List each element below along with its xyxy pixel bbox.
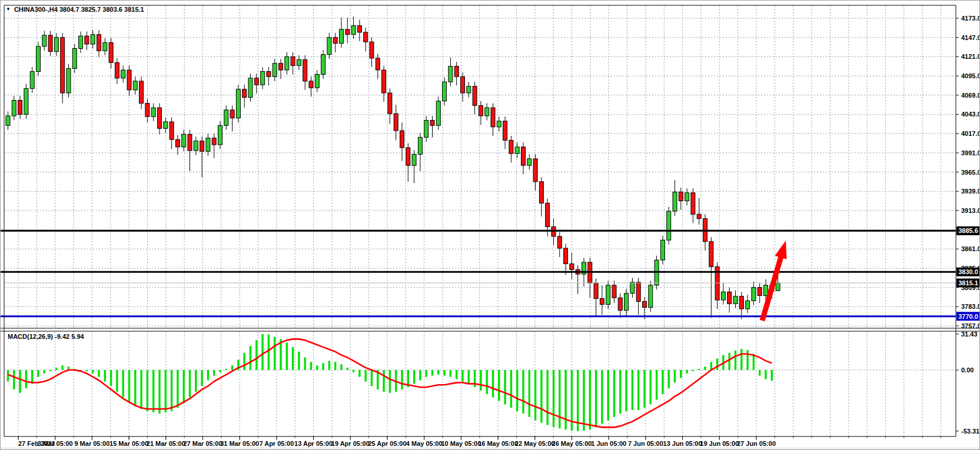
macd-histogram-bar: [37, 370, 39, 377]
macd-indicator-label: MACD(12,26,9) -9.42 5.94: [8, 333, 84, 340]
macd-axis-label: -53.31: [961, 428, 979, 435]
macd-histogram-bar: [140, 370, 142, 409]
macd-histogram-bar: [334, 362, 336, 370]
candle: [224, 110, 228, 125]
candle: [309, 81, 313, 88]
candle: [691, 193, 695, 215]
x-axis-label: 7 Apr 05:00: [259, 440, 294, 447]
candle: [697, 214, 701, 219]
macd-histogram-bar: [207, 370, 209, 381]
macd-histogram-bar: [729, 353, 730, 370]
macd-histogram-bar: [122, 370, 124, 398]
candle: [151, 108, 155, 116]
x-axis-label: 1 Jun 05:00: [591, 440, 626, 447]
candle: [254, 78, 258, 85]
macd-histogram-bar: [98, 370, 99, 377]
y-axis-label: 4017.0: [961, 130, 980, 137]
macd-histogram-bar: [656, 370, 657, 400]
candle: [103, 43, 107, 51]
candle: [370, 42, 374, 58]
candle: [139, 81, 144, 104]
candle: [230, 110, 234, 118]
candle: [321, 55, 325, 75]
macd-histogram-bar: [504, 370, 506, 404]
macd-histogram-bar: [44, 370, 45, 374]
candle: [509, 140, 513, 154]
macd-histogram-bar: [183, 370, 185, 404]
candle: [18, 101, 22, 115]
price-badge-label: 3770.0: [958, 313, 978, 320]
macd-histogram-bar: [468, 370, 470, 384]
macd-histogram-bar: [116, 370, 118, 392]
candle: [91, 35, 95, 44]
macd-histogram-bar: [19, 370, 21, 393]
candle: [624, 294, 629, 311]
macd-histogram-bar: [625, 370, 627, 411]
x-axis-label: 25 Apr 05:00: [368, 440, 406, 447]
y-axis-label: 4069.0: [961, 92, 980, 99]
macd-histogram-bar: [516, 370, 518, 411]
candle: [236, 89, 240, 118]
macd-histogram-bar: [498, 370, 500, 401]
candle: [733, 296, 738, 304]
y-axis-label: 4095.0: [961, 72, 980, 79]
x-axis-label: 26 May 05:00: [552, 440, 592, 447]
candle: [115, 62, 119, 78]
candle: [303, 59, 307, 81]
macd-histogram-bar: [147, 370, 148, 411]
candle: [443, 82, 447, 101]
symbol-title: ▼ CHINA300-,H4 3804.7 3825.7 3803.6 3815…: [6, 5, 144, 14]
candle: [188, 134, 192, 151]
price-badge-label: 3885.6: [958, 227, 978, 234]
candle: [667, 211, 671, 240]
symbol-title-text: CHINA300-,H4 3804.7 3825.7 3803.6 3815.1: [14, 6, 144, 13]
candle: [158, 108, 162, 128]
macd-histogram-bar: [619, 370, 621, 414]
x-axis-label: 10 May 05:00: [441, 440, 481, 447]
candle: [206, 138, 210, 152]
candle: [764, 285, 768, 296]
candle: [315, 75, 319, 88]
macd-histogram-bar: [389, 370, 391, 393]
macd-histogram-bar: [668, 370, 670, 388]
candle: [709, 242, 713, 267]
candle: [194, 141, 198, 151]
candle: [527, 159, 531, 165]
macd-histogram-bar: [110, 370, 112, 386]
candle: [200, 141, 204, 152]
candle: [97, 35, 101, 51]
chevron-down-icon[interactable]: ▼: [6, 7, 11, 12]
macd-histogram-bar: [171, 370, 172, 411]
candle: [291, 56, 295, 65]
macd-histogram-bar: [195, 370, 197, 392]
x-axis-label: 16 May 05:00: [478, 440, 518, 447]
candle: [630, 282, 634, 294]
candle: [539, 182, 543, 204]
macd-histogram-bar: [650, 370, 652, 404]
macd-histogram-bar: [292, 347, 294, 370]
macd-histogram-bar: [7, 370, 9, 382]
candle: [449, 66, 453, 82]
x-axis-label: 3 Mar 05:00: [38, 440, 73, 447]
macd-histogram-bar: [231, 365, 233, 370]
candle: [721, 292, 725, 300]
y-axis-label: 3965.0: [961, 169, 980, 176]
macd-histogram-bar: [274, 337, 275, 371]
candle: [164, 122, 168, 128]
macd-histogram-bar: [128, 370, 130, 402]
candle: [127, 70, 131, 90]
candle: [673, 192, 677, 211]
macd-histogram-bar: [189, 370, 191, 398]
candle: [145, 104, 150, 117]
macd-histogram-bar: [692, 370, 694, 371]
macd-histogram-bar: [261, 334, 263, 370]
candle: [364, 32, 368, 42]
candle: [406, 148, 410, 165]
candle: [133, 81, 137, 90]
chart-surface[interactable]: 4173.04147.04121.04095.04069.04043.04017…: [1, 1, 980, 450]
macd-histogram-bar: [480, 370, 481, 391]
candle: [400, 131, 404, 148]
candle: [600, 299, 604, 305]
macd-histogram-bar: [601, 370, 603, 424]
macd-histogram-bar: [607, 370, 609, 421]
